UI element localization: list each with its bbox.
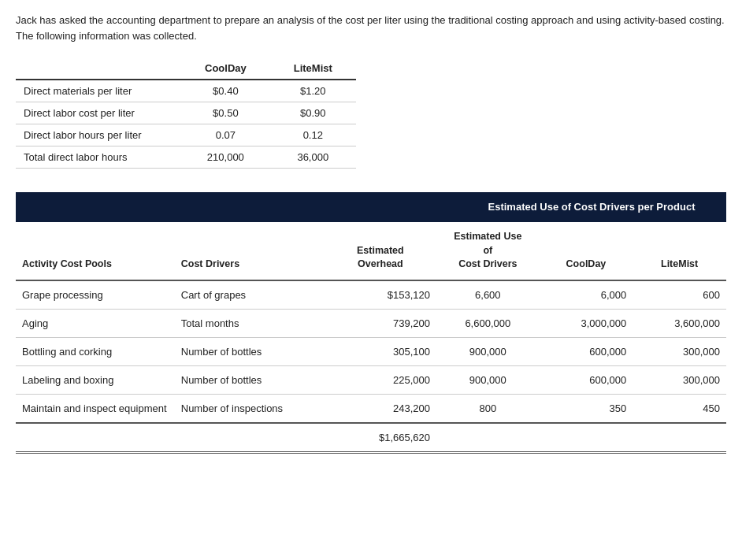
total-overhead: $1,665,620: [325, 423, 436, 453]
top-table-row: Direct labor cost per liter $0.50 $0.90: [16, 102, 356, 124]
total-empty-5: [633, 423, 726, 453]
activity-litemist: 600: [633, 280, 726, 310]
activity-litemist: 300,000: [633, 337, 726, 365]
top-table-coolday-val: $0.50: [181, 102, 270, 124]
activity-litemist: 450: [633, 394, 726, 423]
dark-empty-4: [370, 192, 457, 222]
activity-coolday: 3,000,000: [540, 309, 633, 337]
activity-row: Aging Total months 739,200 6,600,000 3,0…: [16, 309, 726, 337]
dark-empty-2: [150, 192, 276, 222]
col-header-activity: Activity Cost Pools: [16, 222, 175, 280]
top-table-litemist-val: 0.12: [270, 124, 356, 146]
activity-name: Labeling and boxing: [16, 365, 175, 394]
activity-litemist: 300,000: [633, 365, 726, 394]
activity-section: Estimated Use of Cost Drivers per Produc…: [16, 192, 726, 454]
intro-paragraph: Jack has asked the accounting department…: [16, 13, 726, 43]
top-table-row: Total direct labor hours 210,000 36,000: [16, 146, 356, 169]
activity-row: Labeling and boxing Number of bottles 22…: [16, 365, 726, 394]
total-empty-4: [540, 423, 633, 453]
top-table-coolday-val: 210,000: [181, 146, 270, 169]
activity-driver: Total months: [175, 309, 325, 337]
activity-use-cd: 6,600,000: [436, 309, 540, 337]
activity-coolday: 350: [540, 394, 633, 423]
top-table-litemist-val: 36,000: [270, 146, 356, 169]
top-table-row: Direct materials per liter $0.40 $1.20: [16, 80, 356, 102]
activity-driver: Number of bottles: [175, 365, 325, 394]
dark-header-row: Estimated Use of Cost Drivers per Produc…: [16, 192, 726, 222]
col-header-coolday: CoolDay: [540, 222, 633, 280]
activity-litemist: 3,600,000: [633, 309, 726, 337]
top-table-litemist-header: LiteMist: [270, 57, 356, 80]
col-header-litemist: LiteMist: [633, 222, 726, 280]
activity-name: Bottling and corking: [16, 337, 175, 365]
top-table-coolday-val: $0.40: [181, 80, 270, 102]
total-empty-2: [175, 423, 325, 453]
estimated-use-header: Estimated Use of Cost Drivers per Produc…: [457, 192, 726, 222]
activity-use-cd: 900,000: [436, 365, 540, 394]
activity-use-cd: 900,000: [436, 337, 540, 365]
activity-coolday: 600,000: [540, 337, 633, 365]
activity-coolday: 6,000: [540, 280, 633, 310]
total-row: $1,665,620: [16, 423, 726, 453]
activity-overhead: $153,120: [325, 280, 436, 310]
top-table-empty-header: [16, 57, 181, 80]
total-empty-1: [16, 423, 175, 453]
top-table-litemist-val: $1.20: [270, 80, 356, 102]
activity-driver: Number of inspections: [175, 394, 325, 423]
activity-use-cd: 800: [436, 394, 540, 423]
col-header-drivers: Cost Drivers: [175, 222, 325, 280]
top-table-label: Total direct labor hours: [16, 146, 181, 169]
activity-name: Aging: [16, 309, 175, 337]
activity-overhead: 243,200: [325, 394, 436, 423]
activity-use-cd: 6,600: [436, 280, 540, 310]
top-table: CoolDay LiteMist Direct materials per li…: [16, 57, 356, 169]
col-header-use-cd: Estimated UseofCost Drivers: [436, 222, 540, 280]
activity-name: Grape processing: [16, 280, 175, 310]
activity-coolday: 600,000: [540, 365, 633, 394]
top-table-label: Direct materials per liter: [16, 80, 181, 102]
dark-empty-3: [276, 192, 370, 222]
activity-row: Maintain and inspect equipment Number of…: [16, 394, 726, 423]
activity-overhead: 305,100: [325, 337, 436, 365]
top-table-litemist-val: $0.90: [270, 102, 356, 124]
activity-driver: Number of bottles: [175, 337, 325, 365]
total-empty-3: [436, 423, 540, 453]
activity-driver: Cart of grapes: [175, 280, 325, 310]
col-header-overhead: EstimatedOverhead: [325, 222, 436, 280]
top-table-row: Direct labor hours per liter 0.07 0.12: [16, 124, 356, 146]
top-table-label: Direct labor hours per liter: [16, 124, 181, 146]
top-table-coolday-header: CoolDay: [181, 57, 270, 80]
top-table-label: Direct labor cost per liter: [16, 102, 181, 124]
dark-empty-1: [16, 192, 150, 222]
top-table-coolday-val: 0.07: [181, 124, 270, 146]
activity-overhead: 225,000: [325, 365, 436, 394]
activity-row: Grape processing Cart of grapes $153,120…: [16, 280, 726, 310]
activity-table: Activity Cost Pools Cost Drivers Estimat…: [16, 222, 726, 454]
activity-overhead: 739,200: [325, 309, 436, 337]
activity-row: Bottling and corking Number of bottles 3…: [16, 337, 726, 365]
activity-name: Maintain and inspect equipment: [16, 394, 175, 423]
